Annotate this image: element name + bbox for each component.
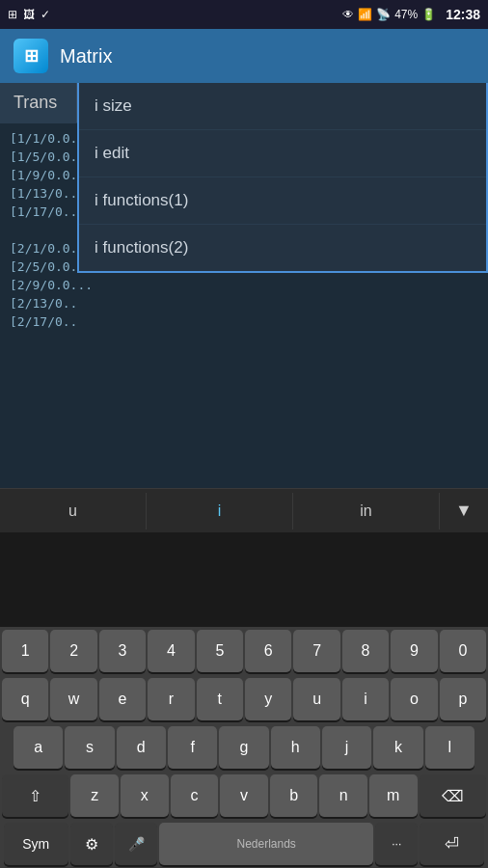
suggestion-u[interactable]: u bbox=[0, 493, 147, 529]
key-n[interactable]: n bbox=[319, 774, 367, 817]
wifi-icon: 📶 bbox=[358, 8, 372, 21]
key-t[interactable]: t bbox=[197, 678, 243, 720]
key-i[interactable]: i bbox=[342, 678, 389, 720]
eye-icon: 👁 bbox=[342, 8, 354, 21]
key-4[interactable]: 4 bbox=[148, 630, 194, 672]
app-title: Matrix bbox=[60, 45, 112, 68]
key-g[interactable]: g bbox=[219, 726, 268, 769]
chevron-down-icon[interactable]: ▼ bbox=[440, 501, 488, 521]
key-9[interactable]: 9 bbox=[391, 630, 437, 672]
status-bar: ⊞ 🖼 ✓ 👁 📶 📡 47% 🔋 12:38 bbox=[0, 0, 488, 29]
number-row: 1 2 3 4 5 6 7 8 9 0 bbox=[0, 627, 488, 675]
matrix-row: [2/13/0.. bbox=[0, 294, 488, 312]
key-6[interactable]: 6 bbox=[245, 630, 291, 672]
key-8[interactable]: 8 bbox=[342, 630, 389, 672]
signal-icon: 📡 bbox=[376, 8, 391, 21]
battery-icon: 🔋 bbox=[421, 8, 436, 21]
app-icon-symbol: ⊞ bbox=[24, 45, 39, 67]
keyboard: 1 2 3 4 5 6 7 8 9 0 q w e r t y u i o p … bbox=[0, 627, 488, 868]
key-2[interactable]: 2 bbox=[50, 630, 96, 672]
key-7[interactable]: 7 bbox=[293, 630, 339, 672]
shift-key[interactable]: ⇧ bbox=[2, 774, 68, 817]
key-r[interactable]: r bbox=[148, 678, 194, 720]
key-a[interactable]: a bbox=[14, 726, 63, 769]
autocomplete-item-3[interactable]: i functions(2) bbox=[79, 225, 486, 271]
bottom-row: Sym ⚙ 🎤 Nederlands ··· ⏎ bbox=[0, 820, 488, 868]
key-u[interactable]: u bbox=[293, 678, 339, 720]
key-1[interactable]: 1 bbox=[2, 630, 48, 672]
image-icon: 🖼 bbox=[23, 8, 35, 21]
key-z[interactable]: z bbox=[70, 774, 119, 817]
check-icon: ✓ bbox=[41, 8, 50, 21]
key-0[interactable]: 0 bbox=[440, 630, 486, 672]
enter-key[interactable]: ⏎ bbox=[420, 823, 484, 865]
key-v[interactable]: v bbox=[220, 774, 268, 817]
battery-level: 47% bbox=[394, 8, 418, 21]
status-time: 12:38 bbox=[446, 7, 480, 22]
matrix-row: [2/9/0.0... bbox=[0, 276, 488, 294]
suggestion-i[interactable]: i bbox=[147, 493, 293, 529]
backspace-key[interactable]: ⌫ bbox=[420, 774, 486, 817]
qwerty-row: q w e r t y u i o p bbox=[0, 675, 488, 723]
autocomplete-item-1[interactable]: i edit bbox=[79, 130, 486, 177]
key-h[interactable]: h bbox=[271, 726, 320, 769]
key-p[interactable]: p bbox=[440, 678, 486, 720]
key-k[interactable]: k bbox=[373, 726, 422, 769]
key-3[interactable]: 3 bbox=[99, 630, 146, 672]
key-l[interactable]: l bbox=[425, 726, 474, 769]
key-w[interactable]: w bbox=[50, 678, 96, 720]
key-5[interactable]: 5 bbox=[197, 630, 243, 672]
key-m[interactable]: m bbox=[369, 774, 418, 817]
key-x[interactable]: x bbox=[121, 774, 169, 817]
app-icon: ⊞ bbox=[14, 39, 48, 73]
key-e[interactable]: e bbox=[99, 678, 146, 720]
grid-icon: ⊞ bbox=[8, 8, 17, 21]
key-o[interactable]: o bbox=[391, 678, 437, 720]
autocomplete-item-0[interactable]: i size bbox=[79, 83, 486, 130]
suggestion-bar: u i in ▼ bbox=[0, 488, 488, 532]
asdf-row: a s d f g h j k l bbox=[0, 723, 488, 772]
key-c[interactable]: c bbox=[171, 774, 219, 817]
key-f[interactable]: f bbox=[168, 726, 217, 769]
settings-icon-key[interactable]: ⚙ bbox=[70, 823, 113, 865]
key-y[interactable]: y bbox=[245, 678, 291, 720]
title-bar: ⊞ Matrix bbox=[0, 29, 488, 83]
key-s[interactable]: s bbox=[65, 726, 114, 769]
dots-key[interactable]: ··· bbox=[375, 823, 418, 865]
zxcv-row: ⇧ z x c v b n m ⌫ bbox=[0, 772, 488, 820]
key-q[interactable]: q bbox=[2, 678, 48, 720]
suggestion-in[interactable]: in bbox=[293, 493, 440, 529]
key-b[interactable]: b bbox=[270, 774, 318, 817]
key-j[interactable]: j bbox=[322, 726, 371, 769]
mic-key[interactable]: 🎤 bbox=[115, 823, 157, 865]
autocomplete-dropdown: i size i edit i functions(1) i functions… bbox=[77, 83, 488, 273]
trans-label: Trans bbox=[0, 83, 77, 122]
matrix-row: [2/17/0.. bbox=[0, 312, 488, 331]
sym-key[interactable]: Sym bbox=[4, 823, 68, 865]
space-key[interactable]: Nederlands bbox=[159, 823, 373, 865]
key-d[interactable]: d bbox=[117, 726, 166, 769]
autocomplete-item-2[interactable]: i functions(1) bbox=[79, 177, 486, 225]
